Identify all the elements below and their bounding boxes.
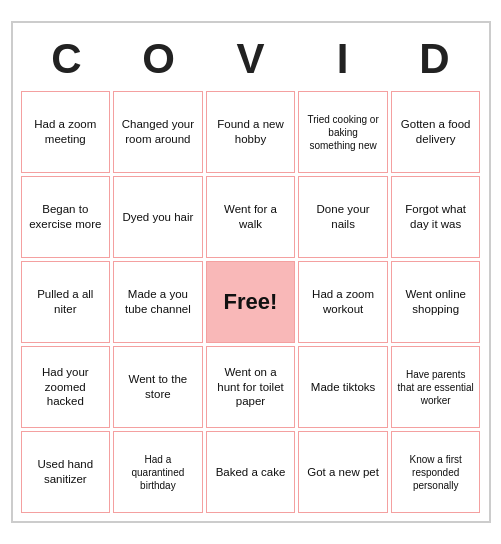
bingo-cell[interactable]: Know a first responded personally: [391, 431, 481, 513]
bingo-cell[interactable]: Went for a walk: [206, 176, 296, 258]
bingo-cell[interactable]: Changed your room around: [113, 91, 203, 173]
bingo-cell[interactable]: Went to the store: [113, 346, 203, 428]
header-letter: O: [113, 31, 205, 87]
bingo-cell[interactable]: Went on a hunt for toilet paper: [206, 346, 296, 428]
bingo-card: COVID Had a zoom meetingChanged your roo…: [11, 21, 491, 523]
free-space[interactable]: Free!: [206, 261, 296, 343]
bingo-cell[interactable]: Began to exercise more: [21, 176, 111, 258]
bingo-cell[interactable]: Had a zoom meeting: [21, 91, 111, 173]
bingo-header: COVID: [21, 31, 481, 87]
bingo-cell[interactable]: Got a new pet: [298, 431, 388, 513]
bingo-cell[interactable]: Made a you tube channel: [113, 261, 203, 343]
header-letter: V: [205, 31, 297, 87]
bingo-cell[interactable]: Used hand sanitizer: [21, 431, 111, 513]
bingo-cell[interactable]: Had a quarantined birthday: [113, 431, 203, 513]
bingo-cell[interactable]: Forgot what day it was: [391, 176, 481, 258]
bingo-grid: Had a zoom meetingChanged your room arou…: [21, 91, 481, 513]
bingo-cell[interactable]: Dyed you hair: [113, 176, 203, 258]
bingo-cell[interactable]: Pulled a all niter: [21, 261, 111, 343]
bingo-cell[interactable]: Went online shopping: [391, 261, 481, 343]
bingo-cell[interactable]: Found a new hobby: [206, 91, 296, 173]
bingo-cell[interactable]: Tried cooking or baking something new: [298, 91, 388, 173]
bingo-cell[interactable]: Had a zoom workout: [298, 261, 388, 343]
bingo-cell[interactable]: Gotten a food delivery: [391, 91, 481, 173]
header-letter: D: [389, 31, 481, 87]
bingo-cell[interactable]: Done your nails: [298, 176, 388, 258]
bingo-cell[interactable]: Made tiktoks: [298, 346, 388, 428]
header-letter: C: [21, 31, 113, 87]
header-letter: I: [297, 31, 389, 87]
bingo-cell[interactable]: Baked a cake: [206, 431, 296, 513]
bingo-cell[interactable]: Have parents that are essential worker: [391, 346, 481, 428]
bingo-cell[interactable]: Had your zoomed hacked: [21, 346, 111, 428]
